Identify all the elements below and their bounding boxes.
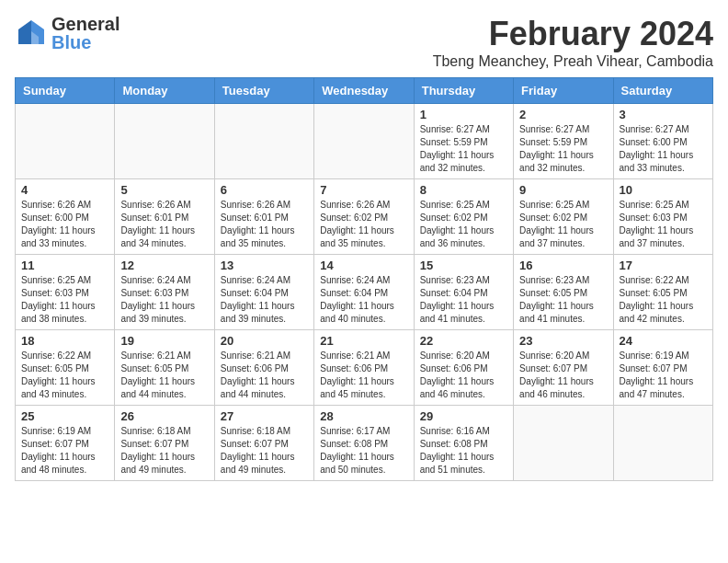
day-number: 25 bbox=[21, 409, 108, 423]
calendar-cell bbox=[613, 406, 712, 481]
title-section: February 2024 Tbeng Meanchey, Preah Vihe… bbox=[433, 15, 713, 70]
weekday-header-tuesday: Tuesday bbox=[214, 78, 313, 104]
calendar-header: SundayMondayTuesdayWednesdayThursdayFrid… bbox=[16, 78, 713, 104]
day-number: 11 bbox=[21, 259, 108, 272]
calendar-cell: 27Sunrise: 6:18 AM Sunset: 6:07 PM Dayli… bbox=[214, 406, 313, 481]
day-number: 14 bbox=[320, 259, 407, 272]
calendar-cell: 13Sunrise: 6:24 AM Sunset: 6:04 PM Dayli… bbox=[214, 255, 313, 330]
calendar-cell: 22Sunrise: 6:20 AM Sunset: 6:06 PM Dayli… bbox=[414, 330, 513, 406]
day-info: Sunrise: 6:27 AM Sunset: 6:00 PM Dayligh… bbox=[620, 123, 707, 175]
calendar-cell: 7Sunrise: 6:26 AM Sunset: 6:02 PM Daylig… bbox=[314, 179, 414, 255]
calendar-cell: 19Sunrise: 6:21 AM Sunset: 6:05 PM Dayli… bbox=[115, 330, 214, 406]
calendar-table: SundayMondayTuesdayWednesdayThursdayFrid… bbox=[15, 77, 713, 481]
day-number: 7 bbox=[320, 183, 407, 197]
svg-marker-1 bbox=[18, 20, 31, 44]
calendar-cell: 5Sunrise: 6:26 AM Sunset: 6:01 PM Daylig… bbox=[115, 179, 214, 255]
day-number: 20 bbox=[221, 334, 308, 348]
calendar-cell: 11Sunrise: 6:25 AM Sunset: 6:03 PM Dayli… bbox=[16, 255, 115, 330]
day-info: Sunrise: 6:26 AM Sunset: 6:01 PM Dayligh… bbox=[221, 199, 308, 250]
location: Tbeng Meanchey, Preah Vihear, Cambodia bbox=[433, 53, 713, 70]
day-info: Sunrise: 6:21 AM Sunset: 6:05 PM Dayligh… bbox=[120, 350, 208, 401]
day-number: 6 bbox=[221, 183, 308, 197]
calendar-cell: 28Sunrise: 6:17 AM Sunset: 6:08 PM Dayli… bbox=[314, 406, 414, 481]
day-number: 19 bbox=[120, 334, 208, 348]
day-number: 1 bbox=[420, 108, 507, 121]
calendar-week-1: 1Sunrise: 6:27 AM Sunset: 5:59 PM Daylig… bbox=[16, 104, 713, 179]
day-number: 3 bbox=[620, 108, 707, 121]
day-info: Sunrise: 6:19 AM Sunset: 6:07 PM Dayligh… bbox=[21, 425, 108, 477]
day-info: Sunrise: 6:19 AM Sunset: 6:07 PM Dayligh… bbox=[620, 350, 707, 401]
calendar-cell: 12Sunrise: 6:24 AM Sunset: 6:03 PM Dayli… bbox=[115, 255, 214, 330]
calendar-cell: 24Sunrise: 6:19 AM Sunset: 6:07 PM Dayli… bbox=[613, 330, 712, 406]
calendar-cell: 9Sunrise: 6:25 AM Sunset: 6:02 PM Daylig… bbox=[514, 179, 613, 255]
day-number: 17 bbox=[620, 259, 707, 272]
logo: General Blue bbox=[15, 15, 119, 52]
day-info: Sunrise: 6:22 AM Sunset: 6:05 PM Dayligh… bbox=[21, 350, 108, 401]
day-number: 28 bbox=[320, 409, 407, 423]
day-info: Sunrise: 6:26 AM Sunset: 6:02 PM Dayligh… bbox=[320, 199, 407, 250]
calendar-cell: 1Sunrise: 6:27 AM Sunset: 5:59 PM Daylig… bbox=[414, 104, 513, 179]
weekday-header-wednesday: Wednesday bbox=[314, 78, 414, 104]
day-number: 29 bbox=[420, 409, 507, 423]
logo-icon bbox=[15, 17, 48, 50]
day-info: Sunrise: 6:25 AM Sunset: 6:03 PM Dayligh… bbox=[620, 199, 707, 250]
calendar-cell: 17Sunrise: 6:22 AM Sunset: 6:05 PM Dayli… bbox=[613, 255, 712, 330]
weekday-header-thursday: Thursday bbox=[414, 78, 513, 104]
calendar-cell: 4Sunrise: 6:26 AM Sunset: 6:00 PM Daylig… bbox=[16, 179, 115, 255]
day-info: Sunrise: 6:24 AM Sunset: 6:04 PM Dayligh… bbox=[221, 274, 308, 326]
weekday-header-sunday: Sunday bbox=[16, 78, 115, 104]
day-info: Sunrise: 6:16 AM Sunset: 6:08 PM Dayligh… bbox=[420, 425, 507, 477]
calendar-cell: 18Sunrise: 6:22 AM Sunset: 6:05 PM Dayli… bbox=[16, 330, 115, 406]
calendar-body: 1Sunrise: 6:27 AM Sunset: 5:59 PM Daylig… bbox=[16, 104, 713, 481]
day-number: 12 bbox=[120, 259, 208, 272]
day-number: 27 bbox=[221, 409, 308, 423]
day-number: 2 bbox=[519, 108, 607, 121]
calendar-cell: 29Sunrise: 6:16 AM Sunset: 6:08 PM Dayli… bbox=[414, 406, 513, 481]
calendar-cell: 25Sunrise: 6:19 AM Sunset: 6:07 PM Dayli… bbox=[16, 406, 115, 481]
day-info: Sunrise: 6:20 AM Sunset: 6:06 PM Dayligh… bbox=[420, 350, 507, 401]
calendar-cell bbox=[16, 104, 115, 179]
day-number: 26 bbox=[120, 409, 208, 423]
day-info: Sunrise: 6:20 AM Sunset: 6:07 PM Dayligh… bbox=[519, 350, 607, 401]
day-info: Sunrise: 6:23 AM Sunset: 6:05 PM Dayligh… bbox=[519, 274, 607, 326]
calendar-week-2: 4Sunrise: 6:26 AM Sunset: 6:00 PM Daylig… bbox=[16, 179, 713, 255]
day-info: Sunrise: 6:24 AM Sunset: 6:03 PM Dayligh… bbox=[120, 274, 208, 326]
day-number: 4 bbox=[21, 183, 108, 197]
day-number: 21 bbox=[320, 334, 407, 348]
calendar-cell: 10Sunrise: 6:25 AM Sunset: 6:03 PM Dayli… bbox=[613, 179, 712, 255]
day-info: Sunrise: 6:17 AM Sunset: 6:08 PM Dayligh… bbox=[320, 425, 407, 477]
day-info: Sunrise: 6:22 AM Sunset: 6:05 PM Dayligh… bbox=[620, 274, 707, 326]
day-number: 24 bbox=[620, 334, 707, 348]
day-info: Sunrise: 6:26 AM Sunset: 6:01 PM Dayligh… bbox=[120, 199, 208, 250]
day-number: 8 bbox=[420, 183, 507, 197]
day-info: Sunrise: 6:25 AM Sunset: 6:03 PM Dayligh… bbox=[21, 274, 108, 326]
day-number: 13 bbox=[221, 259, 308, 272]
weekday-header-saturday: Saturday bbox=[613, 78, 712, 104]
day-number: 15 bbox=[420, 259, 507, 272]
day-number: 16 bbox=[519, 259, 607, 272]
calendar-cell: 23Sunrise: 6:20 AM Sunset: 6:07 PM Dayli… bbox=[514, 330, 613, 406]
calendar-cell: 20Sunrise: 6:21 AM Sunset: 6:06 PM Dayli… bbox=[214, 330, 313, 406]
day-info: Sunrise: 6:21 AM Sunset: 6:06 PM Dayligh… bbox=[320, 350, 407, 401]
page-header: General Blue February 2024 Tbeng Meanche… bbox=[15, 15, 713, 70]
day-number: 5 bbox=[120, 183, 208, 197]
weekday-header-monday: Monday bbox=[115, 78, 214, 104]
calendar-cell bbox=[115, 104, 214, 179]
day-info: Sunrise: 6:25 AM Sunset: 6:02 PM Dayligh… bbox=[519, 199, 607, 250]
logo-general: General bbox=[51, 15, 119, 33]
calendar-week-3: 11Sunrise: 6:25 AM Sunset: 6:03 PM Dayli… bbox=[16, 255, 713, 330]
day-info: Sunrise: 6:27 AM Sunset: 5:59 PM Dayligh… bbox=[519, 123, 607, 175]
calendar-cell: 3Sunrise: 6:27 AM Sunset: 6:00 PM Daylig… bbox=[613, 104, 712, 179]
calendar-cell: 6Sunrise: 6:26 AM Sunset: 6:01 PM Daylig… bbox=[214, 179, 313, 255]
day-info: Sunrise: 6:23 AM Sunset: 6:04 PM Dayligh… bbox=[420, 274, 507, 326]
calendar-cell: 26Sunrise: 6:18 AM Sunset: 6:07 PM Dayli… bbox=[115, 406, 214, 481]
weekday-row: SundayMondayTuesdayWednesdayThursdayFrid… bbox=[16, 78, 713, 104]
day-info: Sunrise: 6:18 AM Sunset: 6:07 PM Dayligh… bbox=[221, 425, 308, 477]
calendar-cell bbox=[214, 104, 313, 179]
day-info: Sunrise: 6:18 AM Sunset: 6:07 PM Dayligh… bbox=[120, 425, 208, 477]
weekday-header-friday: Friday bbox=[514, 78, 613, 104]
calendar-cell: 15Sunrise: 6:23 AM Sunset: 6:04 PM Dayli… bbox=[414, 255, 513, 330]
calendar-week-4: 18Sunrise: 6:22 AM Sunset: 6:05 PM Dayli… bbox=[16, 330, 713, 406]
calendar-cell bbox=[514, 406, 613, 481]
logo-text: General Blue bbox=[51, 15, 119, 52]
